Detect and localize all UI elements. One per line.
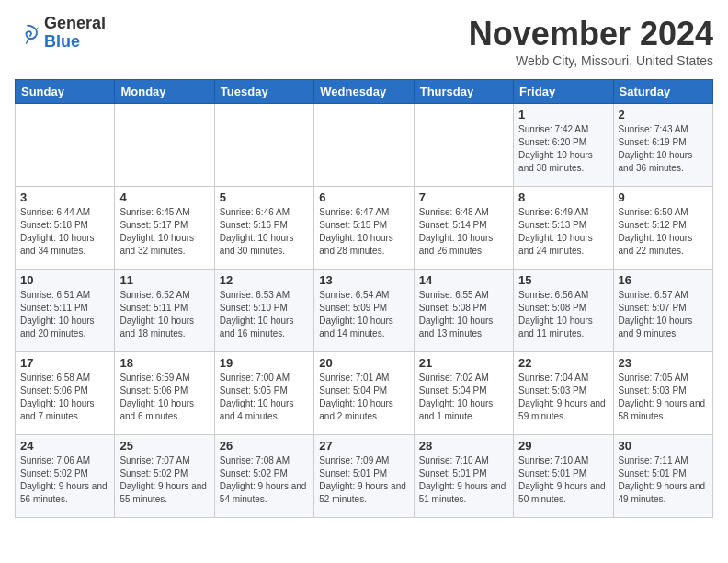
day-of-week-header: Monday bbox=[115, 80, 214, 104]
day-info: Sunrise: 7:01 AM Sunset: 5:04 PM Dayligh… bbox=[319, 372, 408, 423]
calendar-week-row: 24Sunrise: 7:06 AM Sunset: 5:02 PM Dayli… bbox=[16, 435, 713, 518]
calendar-cell: 25Sunrise: 7:07 AM Sunset: 5:02 PM Dayli… bbox=[115, 435, 214, 518]
day-of-week-header: Sunday bbox=[16, 80, 115, 104]
day-info: Sunrise: 6:45 AM Sunset: 5:17 PM Dayligh… bbox=[119, 206, 209, 258]
calendar-cell bbox=[16, 104, 115, 187]
day-number: 1 bbox=[518, 108, 608, 121]
day-info: Sunrise: 7:00 AM Sunset: 5:05 PM Dayligh… bbox=[220, 372, 309, 423]
calendar-week-row: 1Sunrise: 7:42 AM Sunset: 6:20 PM Daylig… bbox=[16, 104, 713, 187]
calendar-week-row: 10Sunrise: 6:51 AM Sunset: 5:11 PM Dayli… bbox=[16, 270, 713, 352]
day-number: 11 bbox=[119, 273, 209, 287]
day-number: 29 bbox=[518, 439, 608, 453]
day-info: Sunrise: 6:44 AM Sunset: 5:18 PM Dayligh… bbox=[20, 206, 109, 258]
calendar-cell: 19Sunrise: 7:00 AM Sunset: 5:05 PM Dayli… bbox=[214, 352, 313, 435]
day-info: Sunrise: 7:10 AM Sunset: 5:01 PM Dayligh… bbox=[419, 454, 508, 506]
title-block: November 2024 Webb City, Missouri, Unite… bbox=[469, 15, 713, 68]
day-of-week-header: Friday bbox=[514, 80, 613, 104]
calendar-cell: 30Sunrise: 7:11 AM Sunset: 5:01 PM Dayli… bbox=[613, 435, 712, 518]
day-info: Sunrise: 6:49 AM Sunset: 5:13 PM Dayligh… bbox=[518, 206, 608, 258]
logo-general: General bbox=[44, 15, 106, 33]
calendar-cell: 26Sunrise: 7:08 AM Sunset: 5:02 PM Dayli… bbox=[214, 435, 313, 518]
day-number: 15 bbox=[518, 273, 608, 287]
calendar-table: SundayMondayTuesdayWednesdayThursdayFrid… bbox=[15, 79, 713, 518]
day-number: 6 bbox=[319, 190, 408, 204]
calendar-cell: 23Sunrise: 7:05 AM Sunset: 5:03 PM Dayli… bbox=[613, 352, 712, 435]
day-number: 7 bbox=[419, 190, 508, 204]
day-info: Sunrise: 7:07 AM Sunset: 5:02 PM Dayligh… bbox=[119, 454, 209, 506]
day-info: Sunrise: 7:06 AM Sunset: 5:02 PM Dayligh… bbox=[20, 454, 109, 506]
logo-blue: Blue bbox=[44, 33, 106, 52]
day-number: 28 bbox=[419, 439, 508, 453]
calendar-cell bbox=[414, 104, 513, 187]
day-number: 17 bbox=[20, 356, 109, 370]
day-info: Sunrise: 7:02 AM Sunset: 5:04 PM Dayligh… bbox=[419, 372, 508, 423]
day-number: 30 bbox=[619, 439, 708, 453]
calendar-week-row: 3Sunrise: 6:44 AM Sunset: 5:18 PM Daylig… bbox=[16, 187, 713, 270]
calendar-cell: 29Sunrise: 7:10 AM Sunset: 5:01 PM Dayli… bbox=[514, 435, 613, 518]
day-info: Sunrise: 7:11 AM Sunset: 5:01 PM Dayligh… bbox=[619, 454, 708, 506]
calendar-cell: 9Sunrise: 6:50 AM Sunset: 5:12 PM Daylig… bbox=[613, 187, 712, 270]
logo: General Blue bbox=[15, 15, 106, 52]
logo-bird-icon bbox=[15, 20, 40, 46]
calendar-cell: 5Sunrise: 6:46 AM Sunset: 5:16 PM Daylig… bbox=[214, 187, 313, 270]
day-number: 16 bbox=[619, 273, 708, 287]
day-of-week-header: Thursday bbox=[414, 80, 513, 104]
day-info: Sunrise: 7:42 AM Sunset: 6:20 PM Dayligh… bbox=[518, 123, 608, 175]
calendar-cell: 18Sunrise: 6:59 AM Sunset: 5:06 PM Dayli… bbox=[115, 352, 214, 435]
calendar-cell: 14Sunrise: 6:55 AM Sunset: 5:08 PM Dayli… bbox=[414, 270, 513, 352]
day-number: 24 bbox=[20, 439, 109, 453]
calendar-cell: 4Sunrise: 6:45 AM Sunset: 5:17 PM Daylig… bbox=[115, 187, 214, 270]
calendar-cell: 6Sunrise: 6:47 AM Sunset: 5:15 PM Daylig… bbox=[314, 187, 414, 270]
calendar-cell: 22Sunrise: 7:04 AM Sunset: 5:03 PM Dayli… bbox=[514, 352, 613, 435]
day-info: Sunrise: 7:09 AM Sunset: 5:01 PM Dayligh… bbox=[319, 454, 408, 506]
day-number: 23 bbox=[619, 356, 708, 370]
calendar-cell: 7Sunrise: 6:48 AM Sunset: 5:14 PM Daylig… bbox=[414, 187, 513, 270]
day-number: 19 bbox=[220, 356, 309, 370]
day-number: 27 bbox=[319, 439, 408, 453]
day-number: 21 bbox=[419, 356, 508, 370]
day-info: Sunrise: 6:59 AM Sunset: 5:06 PM Dayligh… bbox=[119, 372, 209, 423]
calendar-cell: 1Sunrise: 7:42 AM Sunset: 6:20 PM Daylig… bbox=[514, 104, 613, 187]
day-number: 12 bbox=[220, 273, 309, 287]
calendar-cell: 12Sunrise: 6:53 AM Sunset: 5:10 PM Dayli… bbox=[214, 270, 313, 352]
day-info: Sunrise: 7:10 AM Sunset: 5:01 PM Dayligh… bbox=[518, 454, 608, 506]
day-info: Sunrise: 6:48 AM Sunset: 5:14 PM Dayligh… bbox=[419, 206, 508, 258]
day-number: 4 bbox=[119, 190, 209, 204]
day-number: 13 bbox=[319, 273, 408, 287]
page-header: General Blue November 2024 Webb City, Mi… bbox=[15, 15, 713, 68]
day-of-week-header: Wednesday bbox=[314, 80, 414, 104]
location: Webb City, Missouri, United States bbox=[469, 53, 713, 68]
day-number: 26 bbox=[220, 439, 309, 453]
calendar-header: SundayMondayTuesdayWednesdayThursdayFrid… bbox=[16, 80, 713, 104]
day-info: Sunrise: 6:53 AM Sunset: 5:10 PM Dayligh… bbox=[220, 289, 309, 340]
calendar-cell: 11Sunrise: 6:52 AM Sunset: 5:11 PM Dayli… bbox=[115, 270, 214, 352]
day-info: Sunrise: 6:51 AM Sunset: 5:11 PM Dayligh… bbox=[20, 289, 109, 340]
calendar-cell bbox=[314, 104, 414, 187]
calendar-cell: 8Sunrise: 6:49 AM Sunset: 5:13 PM Daylig… bbox=[514, 187, 613, 270]
calendar-cell: 3Sunrise: 6:44 AM Sunset: 5:18 PM Daylig… bbox=[16, 187, 115, 270]
calendar-cell: 17Sunrise: 6:58 AM Sunset: 5:06 PM Dayli… bbox=[16, 352, 115, 435]
day-info: Sunrise: 6:47 AM Sunset: 5:15 PM Dayligh… bbox=[319, 206, 408, 258]
calendar-cell: 2Sunrise: 7:43 AM Sunset: 6:19 PM Daylig… bbox=[613, 104, 712, 187]
day-info: Sunrise: 7:08 AM Sunset: 5:02 PM Dayligh… bbox=[220, 454, 309, 506]
day-info: Sunrise: 6:50 AM Sunset: 5:12 PM Dayligh… bbox=[619, 206, 708, 258]
day-info: Sunrise: 6:57 AM Sunset: 5:07 PM Dayligh… bbox=[619, 289, 708, 340]
day-number: 2 bbox=[619, 108, 708, 121]
day-number: 8 bbox=[518, 190, 608, 204]
day-number: 22 bbox=[518, 356, 608, 370]
day-info: Sunrise: 6:55 AM Sunset: 5:08 PM Dayligh… bbox=[419, 289, 508, 340]
day-info: Sunrise: 7:05 AM Sunset: 5:03 PM Dayligh… bbox=[619, 372, 708, 423]
day-info: Sunrise: 6:52 AM Sunset: 5:11 PM Dayligh… bbox=[119, 289, 209, 340]
calendar-cell: 15Sunrise: 6:56 AM Sunset: 5:08 PM Dayli… bbox=[514, 270, 613, 352]
day-number: 5 bbox=[220, 190, 309, 204]
calendar-cell: 24Sunrise: 7:06 AM Sunset: 5:02 PM Dayli… bbox=[16, 435, 115, 518]
day-of-week-header: Tuesday bbox=[214, 80, 313, 104]
day-number: 3 bbox=[20, 190, 109, 204]
day-number: 14 bbox=[419, 273, 508, 287]
day-info: Sunrise: 6:46 AM Sunset: 5:16 PM Dayligh… bbox=[220, 206, 309, 258]
day-number: 25 bbox=[119, 439, 209, 453]
month-title: November 2024 bbox=[469, 15, 713, 53]
logo-text: General Blue bbox=[44, 15, 106, 52]
day-info: Sunrise: 6:58 AM Sunset: 5:06 PM Dayligh… bbox=[20, 372, 109, 423]
day-info: Sunrise: 7:43 AM Sunset: 6:19 PM Dayligh… bbox=[619, 123, 708, 175]
